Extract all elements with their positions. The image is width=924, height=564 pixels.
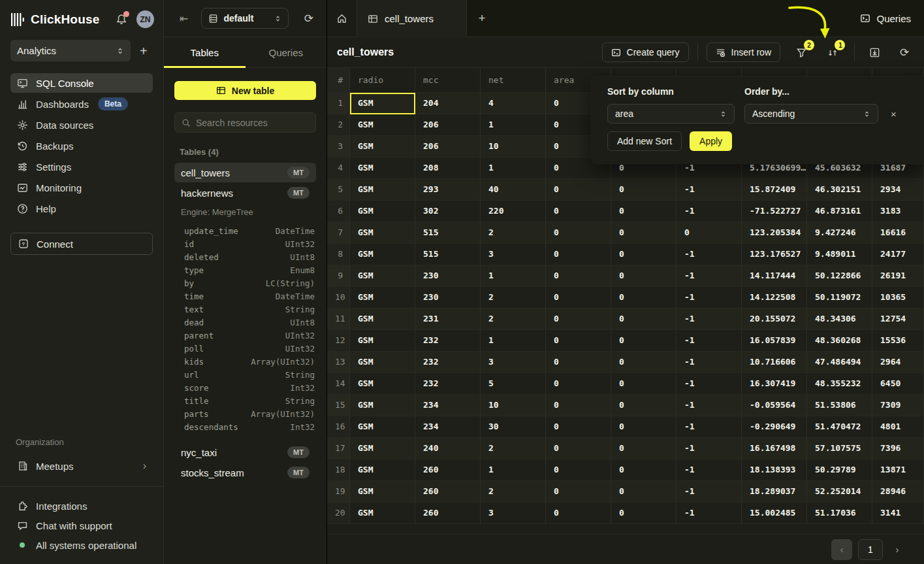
cell[interactable]: -0.059564: [742, 395, 807, 416]
cell[interactable]: 0: [546, 244, 611, 265]
cell[interactable]: GSM: [350, 395, 415, 416]
cell[interactable]: 3: [481, 244, 546, 265]
search-input[interactable]: [196, 118, 309, 128]
cell[interactable]: 206: [415, 114, 481, 136]
current-page-button[interactable]: 1: [858, 539, 883, 560]
cell[interactable]: 16.057839: [742, 330, 807, 352]
cell[interactable]: 0: [546, 395, 611, 416]
cell[interactable]: 240: [415, 438, 481, 459]
cell[interactable]: 220: [481, 201, 546, 222]
cell[interactable]: -1: [677, 308, 742, 330]
sidebar-item-dashboards[interactable]: DashboardsBeta: [10, 94, 153, 114]
cell[interactable]: -1: [677, 287, 742, 308]
tab-cell-towers[interactable]: cell_towers: [357, 0, 467, 37]
cell[interactable]: 0: [611, 395, 677, 416]
cell[interactable]: 10: [481, 136, 546, 158]
cell[interactable]: 3: [481, 503, 546, 524]
cell[interactable]: 0: [611, 265, 677, 287]
add-new-sort-button[interactable]: Add new Sort: [607, 131, 682, 151]
cell[interactable]: GSM: [350, 244, 415, 265]
column-header[interactable]: radio: [350, 68, 415, 93]
cell[interactable]: 204: [415, 93, 481, 114]
notifications-bell-icon[interactable]: [114, 12, 129, 27]
cell[interactable]: 0: [546, 352, 611, 373]
cell[interactable]: 12754: [872, 308, 924, 330]
cell[interactable]: 48.355232: [807, 373, 872, 395]
cell[interactable]: 0: [611, 459, 677, 481]
cell[interactable]: 7309: [872, 395, 924, 416]
create-query-button[interactable]: Create query: [602, 42, 689, 62]
cell[interactable]: 0: [611, 244, 677, 265]
cell[interactable]: 28946: [872, 481, 924, 503]
insert-row-button[interactable]: Insert row: [707, 42, 780, 62]
cell[interactable]: 30: [481, 416, 546, 438]
cell[interactable]: GSM: [350, 481, 415, 503]
cell[interactable]: 0: [611, 308, 677, 330]
cell[interactable]: GSM: [350, 503, 415, 524]
cell[interactable]: 302: [415, 201, 481, 222]
cell[interactable]: 0: [611, 287, 677, 308]
cell[interactable]: 0: [546, 222, 611, 244]
cell[interactable]: 0: [546, 503, 611, 524]
cell[interactable]: 51.17036: [807, 503, 872, 524]
cell[interactable]: 515: [415, 222, 481, 244]
cell[interactable]: 232: [415, 373, 481, 395]
cell[interactable]: -1: [677, 373, 742, 395]
cell[interactable]: 0: [677, 222, 742, 244]
cell[interactable]: 293: [415, 179, 481, 201]
table-item-stocks_stream[interactable]: stocks_streamMT: [174, 463, 316, 482]
cell[interactable]: 1: [481, 330, 546, 352]
cell[interactable]: 0: [611, 416, 677, 438]
sidebar-item-chat-with-support[interactable]: Chat with support: [10, 516, 153, 535]
connect-button[interactable]: Connect: [10, 233, 153, 255]
cell[interactable]: 13871: [872, 459, 924, 481]
cell[interactable]: GSM: [350, 93, 415, 114]
column-header[interactable]: mcc: [415, 68, 481, 93]
cell[interactable]: 50.119072: [807, 287, 872, 308]
cell[interactable]: 0: [546, 265, 611, 287]
download-button[interactable]: [868, 46, 881, 59]
cell[interactable]: 0: [611, 352, 677, 373]
cell[interactable]: 16616: [872, 222, 924, 244]
cell[interactable]: -1: [677, 244, 742, 265]
cell[interactable]: 0: [546, 481, 611, 503]
sidebar-item-data-sources[interactable]: Data sources: [10, 115, 153, 135]
cell[interactable]: 260: [415, 481, 481, 503]
column-header[interactable]: net: [481, 68, 546, 93]
cell[interactable]: 0: [611, 373, 677, 395]
explorer-tab-tables[interactable]: Tables: [164, 37, 246, 67]
cell[interactable]: 0: [546, 201, 611, 222]
cell[interactable]: GSM: [350, 158, 415, 179]
cell[interactable]: 24177: [872, 244, 924, 265]
cell[interactable]: GSM: [350, 352, 415, 373]
cell[interactable]: -0.290649: [742, 416, 807, 438]
apply-sort-button[interactable]: Apply: [690, 131, 732, 151]
cell[interactable]: 2: [481, 438, 546, 459]
cell[interactable]: 52.252014: [807, 481, 872, 503]
cell[interactable]: 2: [481, 222, 546, 244]
cell[interactable]: GSM: [350, 114, 415, 136]
cell[interactable]: 0: [611, 330, 677, 352]
cell[interactable]: -1: [677, 503, 742, 524]
sidebar-item-meetups[interactable]: Meetups ›: [10, 456, 153, 476]
new-table-button[interactable]: New table: [174, 81, 316, 100]
cell[interactable]: 515: [415, 244, 481, 265]
cell[interactable]: 15.872409: [742, 179, 807, 201]
cell[interactable]: 51.470472: [807, 416, 872, 438]
queries-button[interactable]: Queries: [860, 13, 911, 24]
cell[interactable]: 0: [611, 179, 677, 201]
cell[interactable]: 10365: [872, 287, 924, 308]
cell[interactable]: 0: [546, 373, 611, 395]
cell[interactable]: -1: [677, 416, 742, 438]
cell[interactable]: 2: [481, 481, 546, 503]
cell[interactable]: 18.289037: [742, 481, 807, 503]
cell[interactable]: 18.138393: [742, 459, 807, 481]
cell[interactable]: GSM: [350, 136, 415, 158]
cell[interactable]: -1: [677, 201, 742, 222]
cell[interactable]: 6450: [872, 373, 924, 395]
cell[interactable]: GSM: [350, 438, 415, 459]
cell[interactable]: GSM: [350, 179, 415, 201]
refresh-table-button[interactable]: ⟳: [898, 46, 911, 59]
cell[interactable]: 230: [415, 287, 481, 308]
cell[interactable]: GSM: [350, 308, 415, 330]
